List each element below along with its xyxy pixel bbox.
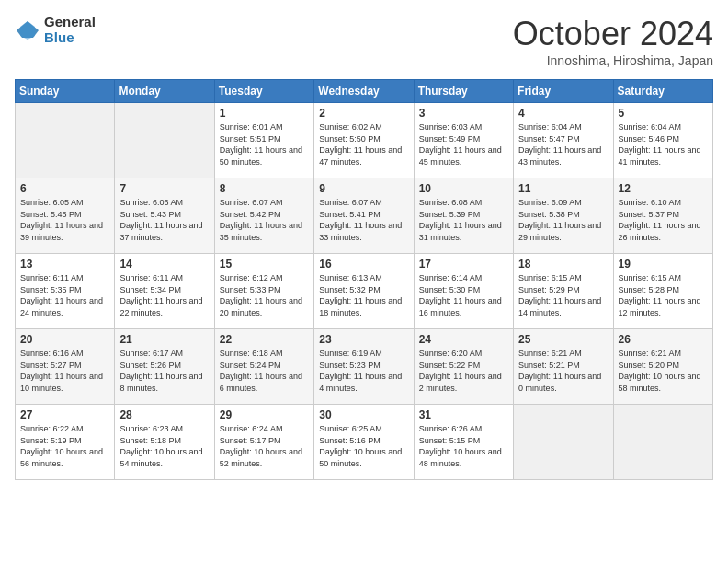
day-number: 31 (419, 408, 508, 421)
day-info: Sunrise: 6:06 AMSunset: 5:43 PMDaylight:… (119, 197, 209, 243)
day-header-thursday: Thursday (414, 80, 513, 103)
day-header-saturday: Saturday (613, 80, 712, 103)
day-number: 2 (319, 107, 408, 120)
day-info: Sunrise: 6:14 AMSunset: 5:30 PMDaylight:… (419, 272, 508, 318)
day-info: Sunrise: 6:10 AMSunset: 5:37 PMDaylight:… (619, 197, 708, 243)
calendar-cell: 26Sunrise: 6:21 AMSunset: 5:20 PMDayligh… (613, 329, 712, 405)
calendar-cell: 7Sunrise: 6:06 AMSunset: 5:43 PMDaylight… (115, 178, 214, 254)
calendar-table: SundayMondayTuesdayWednesdayThursdayFrid… (15, 79, 713, 480)
calendar-cell: 19Sunrise: 6:15 AMSunset: 5:28 PMDayligh… (613, 254, 712, 329)
logo-general: General (44, 15, 96, 30)
calendar-week-0: 1Sunrise: 6:01 AMSunset: 5:51 PMDaylight… (16, 103, 713, 178)
day-info: Sunrise: 6:02 AMSunset: 5:50 PMDaylight:… (319, 121, 408, 167)
day-info: Sunrise: 6:15 AMSunset: 5:28 PMDaylight:… (619, 272, 708, 318)
logo-text: General Blue (44, 15, 96, 45)
calendar-cell: 29Sunrise: 6:24 AMSunset: 5:17 PMDayligh… (214, 405, 313, 480)
calendar-cell: 21Sunrise: 6:17 AMSunset: 5:26 PMDayligh… (115, 329, 214, 405)
day-number: 5 (619, 107, 708, 120)
day-number: 8 (220, 182, 309, 195)
calendar-cell: 4Sunrise: 6:04 AMSunset: 5:47 PMDaylight… (514, 103, 613, 178)
day-number: 11 (518, 182, 608, 195)
day-number: 28 (119, 408, 209, 421)
calendar-cell: 12Sunrise: 6:10 AMSunset: 5:37 PMDayligh… (613, 178, 712, 254)
day-number: 1 (220, 107, 309, 120)
day-number: 7 (119, 182, 209, 195)
calendar-cell: 3Sunrise: 6:03 AMSunset: 5:49 PMDaylight… (414, 103, 513, 178)
svg-marker-1 (20, 21, 35, 40)
day-info: Sunrise: 6:21 AMSunset: 5:20 PMDaylight:… (619, 348, 708, 394)
day-info: Sunrise: 6:07 AMSunset: 5:41 PMDaylight:… (319, 197, 408, 243)
day-info: Sunrise: 6:05 AMSunset: 5:45 PMDaylight:… (20, 197, 109, 243)
calendar-week-3: 20Sunrise: 6:16 AMSunset: 5:27 PMDayligh… (16, 329, 713, 405)
day-number: 26 (619, 333, 708, 346)
day-header-friday: Friday (514, 80, 613, 103)
calendar-cell: 15Sunrise: 6:12 AMSunset: 5:33 PMDayligh… (214, 254, 313, 329)
day-info: Sunrise: 6:11 AMSunset: 5:34 PMDaylight:… (119, 272, 209, 318)
calendar-cell: 18Sunrise: 6:15 AMSunset: 5:29 PMDayligh… (514, 254, 613, 329)
day-number: 16 (319, 258, 408, 270)
calendar-cell: 25Sunrise: 6:21 AMSunset: 5:21 PMDayligh… (514, 329, 613, 405)
calendar-cell: 13Sunrise: 6:11 AMSunset: 5:35 PMDayligh… (16, 254, 115, 329)
day-info: Sunrise: 6:26 AMSunset: 5:15 PMDaylight:… (419, 423, 508, 469)
day-info: Sunrise: 6:16 AMSunset: 5:27 PMDaylight:… (20, 348, 109, 394)
day-number: 12 (619, 182, 708, 195)
calendar-cell (115, 103, 214, 178)
logo-blue: Blue (44, 30, 96, 46)
calendar-cell: 28Sunrise: 6:23 AMSunset: 5:18 PMDayligh… (115, 405, 214, 480)
day-number: 30 (319, 408, 408, 421)
day-number: 29 (220, 408, 309, 421)
calendar-cell: 2Sunrise: 6:02 AMSunset: 5:50 PMDaylight… (314, 103, 414, 178)
day-number: 6 (20, 182, 109, 195)
day-info: Sunrise: 6:24 AMSunset: 5:17 PMDaylight:… (220, 423, 309, 469)
month-title: October 2024 (513, 15, 713, 53)
day-number: 15 (220, 258, 309, 270)
calendar-cell (514, 405, 613, 480)
day-info: Sunrise: 6:01 AMSunset: 5:51 PMDaylight:… (220, 121, 309, 167)
day-info: Sunrise: 6:03 AMSunset: 5:49 PMDaylight:… (419, 121, 508, 167)
calendar-week-1: 6Sunrise: 6:05 AMSunset: 5:45 PMDaylight… (16, 178, 713, 254)
calendar-cell: 6Sunrise: 6:05 AMSunset: 5:45 PMDaylight… (16, 178, 115, 254)
day-number: 18 (518, 258, 608, 270)
day-header-wednesday: Wednesday (314, 80, 414, 103)
day-info: Sunrise: 6:07 AMSunset: 5:42 PMDaylight:… (220, 197, 309, 243)
day-info: Sunrise: 6:21 AMSunset: 5:21 PMDaylight:… (518, 348, 608, 394)
day-number: 3 (419, 107, 508, 120)
day-number: 10 (419, 182, 508, 195)
day-info: Sunrise: 6:23 AMSunset: 5:18 PMDaylight:… (119, 423, 209, 469)
day-number: 25 (518, 333, 608, 346)
calendar-cell: 30Sunrise: 6:25 AMSunset: 5:16 PMDayligh… (314, 405, 414, 480)
calendar-cell: 5Sunrise: 6:04 AMSunset: 5:46 PMDaylight… (613, 103, 712, 178)
day-info: Sunrise: 6:25 AMSunset: 5:16 PMDaylight:… (319, 423, 408, 469)
calendar-cell: 24Sunrise: 6:20 AMSunset: 5:22 PMDayligh… (414, 329, 513, 405)
day-info: Sunrise: 6:22 AMSunset: 5:19 PMDaylight:… (20, 423, 109, 469)
calendar-cell: 16Sunrise: 6:13 AMSunset: 5:32 PMDayligh… (314, 254, 414, 329)
calendar-cell (16, 103, 115, 178)
day-info: Sunrise: 6:13 AMSunset: 5:32 PMDaylight:… (319, 272, 408, 318)
day-info: Sunrise: 6:12 AMSunset: 5:33 PMDaylight:… (220, 272, 309, 318)
day-info: Sunrise: 6:17 AMSunset: 5:26 PMDaylight:… (119, 348, 209, 394)
calendar-cell: 11Sunrise: 6:09 AMSunset: 5:38 PMDayligh… (514, 178, 613, 254)
day-info: Sunrise: 6:19 AMSunset: 5:23 PMDaylight:… (319, 348, 408, 394)
day-number: 19 (619, 258, 708, 270)
day-number: 20 (20, 333, 109, 346)
calendar-cell: 27Sunrise: 6:22 AMSunset: 5:19 PMDayligh… (16, 405, 115, 480)
calendar-cell: 14Sunrise: 6:11 AMSunset: 5:34 PMDayligh… (115, 254, 214, 329)
day-info: Sunrise: 6:11 AMSunset: 5:35 PMDaylight:… (20, 272, 109, 318)
day-info: Sunrise: 6:08 AMSunset: 5:39 PMDaylight:… (419, 197, 508, 243)
day-info: Sunrise: 6:15 AMSunset: 5:29 PMDaylight:… (518, 272, 608, 318)
day-number: 17 (419, 258, 508, 270)
day-number: 13 (20, 258, 109, 270)
calendar-cell: 31Sunrise: 6:26 AMSunset: 5:15 PMDayligh… (414, 405, 513, 480)
location-subtitle: Innoshima, Hiroshima, Japan (513, 53, 713, 68)
day-info: Sunrise: 6:20 AMSunset: 5:22 PMDaylight:… (419, 348, 508, 394)
calendar-week-4: 27Sunrise: 6:22 AMSunset: 5:19 PMDayligh… (16, 405, 713, 480)
day-number: 14 (119, 258, 209, 270)
day-info: Sunrise: 6:09 AMSunset: 5:38 PMDaylight:… (518, 197, 608, 243)
logo-icon (15, 17, 40, 43)
day-number: 21 (119, 333, 209, 346)
calendar-cell: 20Sunrise: 6:16 AMSunset: 5:27 PMDayligh… (16, 329, 115, 405)
calendar-header-row: SundayMondayTuesdayWednesdayThursdayFrid… (16, 80, 713, 103)
day-number: 27 (20, 408, 109, 421)
calendar-cell: 10Sunrise: 6:08 AMSunset: 5:39 PMDayligh… (414, 178, 513, 254)
page-header: General Blue October 2024 Innoshima, Hir… (15, 15, 713, 68)
